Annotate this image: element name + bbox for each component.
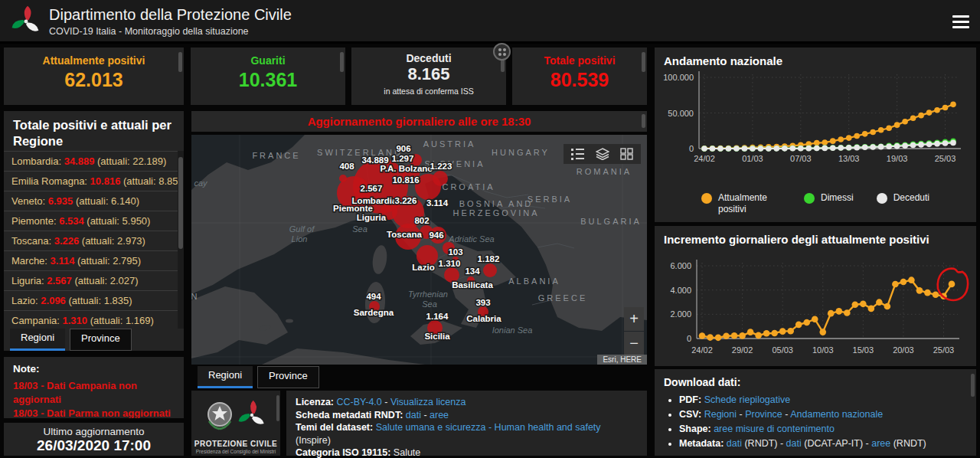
text-segment: PDF: <box>679 394 704 405</box>
region-row[interactable]: Lazio: 2.096 (attuali: 1.835) <box>4 290 184 310</box>
map-tab-regioni[interactable]: Regioni <box>198 366 253 388</box>
svg-text:SWITZERLAND: SWITZERLAND <box>317 148 403 157</box>
region-row[interactable]: Emilia Romagna: 10.816 (attuali: 8.850) <box>4 171 184 191</box>
banner-scrollbar[interactable] <box>642 114 645 128</box>
institution-emblems <box>201 395 270 435</box>
protezione-civile-emblem-icon <box>237 400 265 427</box>
map-attribution: Esri, HERE <box>597 355 647 365</box>
card-value: 10.361 <box>191 69 345 91</box>
region-totals-panel: Totale positivi e attuali per Regione Lo… <box>4 111 184 351</box>
link[interactable]: Regioni <box>704 409 737 420</box>
svg-text:1.223: 1.223 <box>430 162 452 171</box>
card-scrollbar[interactable] <box>340 52 344 72</box>
download-panel: Download dati: PDF: Schede riepilogative… <box>655 369 976 456</box>
svg-text:24/02: 24/02 <box>694 154 715 163</box>
region-row[interactable]: Liguria: 2.567 (attuali: 2.027) <box>4 270 184 290</box>
legend-item[interactable]: Deceduti <box>877 192 929 214</box>
svg-text:1.164: 1.164 <box>426 312 449 321</box>
widget-drag-handle[interactable] <box>493 43 511 61</box>
card-scrollbar[interactable] <box>178 52 182 72</box>
card-value: 8.165 <box>351 64 506 84</box>
link[interactable]: CC-BY-4.0 <box>337 397 382 407</box>
text-segment: (DCAT-AP-IT) - <box>802 438 871 449</box>
license-line: Scheda metadati RNDT: dati - aree <box>296 409 638 422</box>
region-list-scrollbar[interactable] <box>178 151 184 329</box>
panel-title: Totale positivi e attuali per Regione <box>4 111 184 152</box>
download-list: PDF: Schede riepilogativeCSV: Regioni - … <box>655 393 976 451</box>
text-segment: Licenza: <box>296 397 337 407</box>
link[interactable]: dati <box>727 438 742 449</box>
region-row[interactable]: Marche: 3.114 (attuali: 2.795) <box>4 250 184 270</box>
legend-label: Deceduti <box>893 192 929 203</box>
region-row[interactable]: Campania: 1.310 (attuali: 1.169) <box>4 310 184 329</box>
link[interactable]: Visualizza licenza <box>390 397 466 407</box>
notes-list: 18/03 - Dati Campania non aggiornati18/0… <box>4 379 184 418</box>
svg-text:Liguria: Liguria <box>357 213 387 222</box>
covid-dashboard: Dipartimento della Protezione Civile COV… <box>0 0 980 458</box>
last-update-label: Ultimo aggiornamento <box>4 426 184 437</box>
text-segment: Metadata: <box>679 438 727 449</box>
layers-icon[interactable] <box>596 148 609 160</box>
svg-text:CROATIA: CROATIA <box>442 182 495 191</box>
tab-regioni[interactable]: Regioni <box>10 329 65 351</box>
menu-icon[interactable] <box>952 15 969 31</box>
map-widget[interactable]: FRANCESWITZERLANDAUSTRIASLOVENIAHUNGARYR… <box>191 135 647 365</box>
link[interactable]: dati <box>786 438 802 449</box>
svg-text:05/03: 05/03 <box>772 345 793 355</box>
svg-text:3.114: 3.114 <box>426 198 449 208</box>
svg-text:ALBANIA: ALBANIA <box>508 276 560 286</box>
svg-text:GREECE: GREECE <box>538 293 587 303</box>
license-line: Categoria ISO 19115: Salute <box>296 447 638 458</box>
legend-label: Attualmente positivi <box>718 192 781 214</box>
tab-province[interactable]: Province <box>70 329 132 351</box>
svg-text:Gulf of: Gulf of <box>289 224 315 234</box>
logo-box-scrollbar[interactable] <box>276 395 279 421</box>
svg-text:1.297: 1.297 <box>392 154 414 163</box>
basemap-gallery-icon[interactable] <box>620 148 633 160</box>
header: Dipartimento della Protezione Civile COV… <box>0 0 980 44</box>
link[interactable]: aree <box>430 410 449 420</box>
svg-text:Lion: Lion <box>292 234 308 244</box>
svg-text:N: N <box>191 292 199 301</box>
link[interactable]: Schede riepilogative <box>704 394 791 405</box>
map-toolbar <box>564 144 641 164</box>
region-row[interactable]: Veneto: 6.935 (attuali: 6.140) <box>4 191 184 211</box>
institution-name: PROTEZIONE CIVILE <box>191 440 280 448</box>
zoom-controls: + − <box>624 307 644 356</box>
legend-label: Dimessi <box>821 192 854 203</box>
svg-text:Sea: Sea <box>352 224 368 234</box>
card-value: 62.013 <box>4 69 184 91</box>
svg-text:Lazio: Lazio <box>412 263 434 272</box>
svg-text:0: 0 <box>687 334 691 343</box>
zoom-in-button[interactable]: + <box>624 307 644 331</box>
map-canvas[interactable]: FRANCESWITZERLANDAUSTRIASLOVENIAHUNGARYR… <box>191 135 647 365</box>
link[interactable]: Andamento nazionale <box>790 409 883 420</box>
download-scrollbar[interactable] <box>971 374 975 397</box>
note-line: 18/03 - Dati Parma non aggiornati <box>4 407 184 418</box>
update-banner: Aggiornamento giornaliero alle ore 18:30 <box>191 111 647 132</box>
legend-item[interactable]: Dimessi <box>804 192 854 214</box>
last-update-value: 26/03/2020 17:00 <box>4 437 184 454</box>
legend-item[interactable]: Attualmente positivi <box>701 192 781 214</box>
map-tab-province[interactable]: Province <box>257 366 319 388</box>
svg-text:Sardegna: Sardegna <box>354 308 394 317</box>
link[interactable]: Province <box>745 409 782 420</box>
svg-text:Basilicata: Basilicata <box>452 280 493 290</box>
card-scrollbar[interactable] <box>642 52 645 72</box>
svg-text:103: 103 <box>448 247 462 257</box>
svg-text:946: 946 <box>429 231 443 240</box>
last-update-panel: Ultimo aggiornamento 26/03/2020 17:00 <box>4 423 184 456</box>
legend-icon[interactable] <box>571 148 585 160</box>
link[interactable]: aree misure di contenimento <box>714 424 835 434</box>
link[interactable]: dati <box>406 410 421 420</box>
svg-text:Piemonte: Piemonte <box>333 204 373 213</box>
link[interactable]: aree <box>871 438 890 449</box>
institution-subname: Presidenza del Consiglio dei Ministri <box>191 449 280 454</box>
zoom-out-button[interactable]: − <box>624 332 644 355</box>
region-row[interactable]: Toscana: 3.226 (attuali: 2.973) <box>4 231 184 250</box>
link[interactable]: Salute umana e sicurezza - Human health … <box>376 422 601 433</box>
region-row[interactable]: Lombardia: 34.889 (attuali: 22.189) <box>4 151 184 171</box>
region-row[interactable]: Piemonte: 6.534 (attuali: 5.950) <box>4 211 184 231</box>
svg-text:13/03: 13/03 <box>838 154 860 163</box>
svg-text:20/03: 20/03 <box>893 345 914 355</box>
